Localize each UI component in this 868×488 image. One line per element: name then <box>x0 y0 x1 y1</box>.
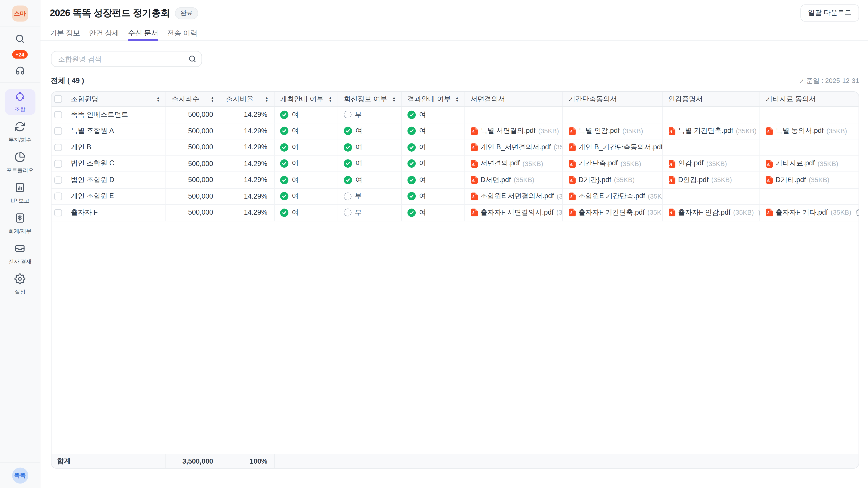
document-link[interactable]: 특별 서면결의.pdf <box>480 126 535 136</box>
notice-status-cell: 여 <box>275 188 338 204</box>
tab-basic-info[interactable]: 기본 정보 <box>50 26 80 40</box>
document-link[interactable]: D서면.pdf <box>480 175 511 185</box>
pdf-icon: A <box>568 176 576 184</box>
search-input[interactable] <box>51 51 202 67</box>
sort-icon[interactable]: ▲▼ <box>392 96 396 102</box>
sort-icon[interactable]: ▲▼ <box>329 96 332 102</box>
status-label: 여 <box>419 110 426 120</box>
delete-document-icon[interactable] <box>855 209 859 216</box>
document-link[interactable]: D기타.pdf <box>776 175 806 185</box>
sort-icon[interactable]: ▲▼ <box>211 96 214 102</box>
search-icon[interactable] <box>12 32 28 45</box>
pdf-icon: A <box>766 160 773 167</box>
sidebar-item-union[interactable]: 조합 <box>5 89 35 115</box>
sidebar-item-lp-report[interactable]: LP 보고 <box>5 180 35 206</box>
row-checkbox[interactable] <box>55 193 62 200</box>
pdf-icon: A <box>568 160 576 167</box>
table-row: 똑똑 인베스트먼트500,00014.29%여부여 <box>52 107 859 123</box>
document-link[interactable]: 출자자F 기간단축.pdf <box>579 208 645 217</box>
app-logo[interactable]: 스마 <box>12 5 28 22</box>
svg-text:A: A <box>569 211 572 215</box>
sidebar-item-portfolio[interactable]: 포트폴리오 <box>5 150 35 176</box>
document-link[interactable]: 조합원E 서면결의서.pdf <box>480 192 554 201</box>
total-count: 전체 ( 49 ) <box>51 76 84 86</box>
search-field[interactable] <box>51 51 202 67</box>
document-size: (35KB) <box>538 127 559 135</box>
delete-document-icon[interactable] <box>758 209 760 216</box>
pdf-icon: A <box>471 209 478 217</box>
sort-icon[interactable]: ▲▼ <box>455 96 459 102</box>
notice-status-cell: 여 <box>275 156 338 171</box>
tab-received-documents[interactable]: 수신 문서 <box>128 26 158 40</box>
reply-status-cell: 여 <box>338 172 402 188</box>
row-checkbox[interactable] <box>55 176 62 184</box>
document-cell <box>760 188 859 204</box>
document-link[interactable]: 특별 기간단축.pdf <box>678 126 733 136</box>
document-link[interactable]: 출자자F 인감.pdf <box>678 208 730 217</box>
table-row: 법인 조합원 C500,00014.29%여여여A서면결의.pdf(35KB)A… <box>52 156 859 172</box>
document-link[interactable]: 인감.pdf <box>678 159 704 168</box>
svg-text:A: A <box>569 178 572 183</box>
document-cell: A특별 동의서.pdf(35KB) <box>760 123 859 139</box>
search-icon[interactable] <box>188 55 197 65</box>
status-label: 여 <box>292 208 299 217</box>
document-link[interactable]: D인감.pdf <box>678 175 708 185</box>
document-cell: A기간단축.pdf(35KB) <box>563 156 663 171</box>
units-cell: 500,000 <box>166 156 220 171</box>
sidebar-item-settings[interactable]: 설정 <box>5 271 35 297</box>
sidebar-item-invest[interactable]: 투자/회수 <box>5 120 35 145</box>
row-checkbox[interactable] <box>55 127 62 135</box>
document-link[interactable]: 특별 동의서.pdf <box>776 126 824 136</box>
check-circle-icon <box>344 143 352 152</box>
tab-agenda-detail[interactable]: 안건 상세 <box>89 26 119 40</box>
row-checkbox[interactable] <box>55 111 62 119</box>
bulk-download-button[interactable]: 일괄 다운로드 <box>800 4 859 22</box>
headset-icon[interactable] <box>12 64 28 77</box>
svg-text:A: A <box>767 211 770 215</box>
document-cell: A서면결의.pdf(35KB) <box>465 156 563 171</box>
document-link[interactable]: 개인 B_기간단축동의서.pdf <box>579 142 662 152</box>
finance-document-icon <box>14 213 26 226</box>
document-link[interactable]: 출자자F 기타.pdf <box>776 208 828 217</box>
pdf-icon: A <box>471 143 478 151</box>
document-cell: AD기간}.pdf(35KB) <box>563 172 663 188</box>
row-checkbox[interactable] <box>55 160 62 167</box>
notification-badge[interactable]: +24 <box>12 51 28 59</box>
document-link[interactable]: 개인 B_서면결의서.pdf <box>480 142 551 152</box>
checkbox-cell <box>52 172 65 188</box>
document-link[interactable]: 서면결의.pdf <box>480 159 520 168</box>
check-circle-icon <box>344 160 352 168</box>
sidebar-item-approval[interactable]: 전자 결재 <box>5 241 35 267</box>
document-link[interactable]: 조합원E 기간단축.pdf <box>579 192 645 201</box>
invest-cycle-icon <box>14 121 26 134</box>
document-cell: A개인 B_기간단축동의서.pdf(35KB) <box>563 139 663 155</box>
ratio-cell: 14.29% <box>220 123 275 139</box>
document-cell <box>760 139 859 155</box>
sort-icon[interactable]: ▲▼ <box>156 96 160 102</box>
column-header-notice: 개최안내 여부▲▼ <box>275 92 338 106</box>
document-cell <box>563 107 663 123</box>
document-cell <box>662 107 760 123</box>
select-all-checkbox[interactable] <box>55 95 62 103</box>
sidebar-item-label: 회계/재무 <box>8 228 31 235</box>
result-status-cell: 여 <box>402 188 465 204</box>
user-avatar[interactable]: 똑똑 <box>12 467 28 484</box>
sidebar-item-accounting[interactable]: 회계/재무 <box>5 211 35 237</box>
sort-icon[interactable]: ▲▼ <box>265 96 269 102</box>
document-link[interactable]: 기타자료.pdf <box>776 159 815 168</box>
footer-ratio-total: 100% <box>220 454 275 468</box>
document-link[interactable]: 특별 인감.pdf <box>579 126 620 136</box>
document-link[interactable]: D기간}.pdf <box>579 175 611 185</box>
tab-send-history[interactable]: 전송 이력 <box>167 26 197 40</box>
group-cycle-icon <box>14 91 26 104</box>
pdf-icon: A <box>668 176 675 184</box>
pdf-icon: A <box>668 209 675 217</box>
sidebar-menu: 조합 투자/회수 포트폴리오 LP 보고 <box>0 89 40 302</box>
document-link[interactable]: 출자자F 서면결의서.pdf <box>480 208 554 217</box>
document-link[interactable]: 기간단축.pdf <box>579 159 618 168</box>
row-checkbox[interactable] <box>55 144 62 151</box>
content-area: 전체 ( 49 ) 기준일 : 2025-12-31 조합원명▲▼ 출자좌수▲▼… <box>40 41 868 488</box>
svg-text:A: A <box>669 178 672 183</box>
pdf-icon: A <box>471 160 478 167</box>
row-checkbox[interactable] <box>55 209 62 216</box>
